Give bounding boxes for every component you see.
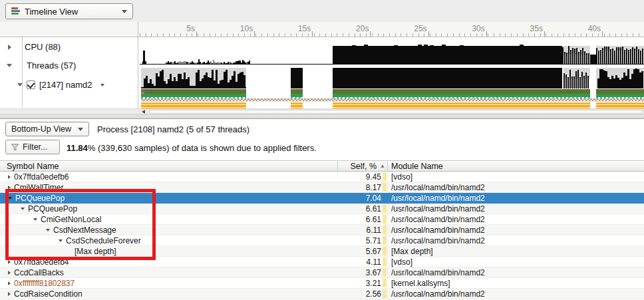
expander-icon[interactable]: [8, 186, 11, 190]
ruler-tick-label: 40s: [588, 24, 601, 33]
expander-icon[interactable]: [8, 260, 11, 264]
symbol-cell: 0x7ffda0edefb6: [0, 172, 337, 182]
header-symbol-name[interactable]: Symbol Name: [0, 161, 337, 171]
expander-closed-icon[interactable]: [8, 45, 11, 50]
expander-icon[interactable]: [8, 292, 11, 296]
thread-checkbox[interactable]: [27, 80, 35, 89]
sidebar-item-threads[interactable]: Threads (57): [7, 61, 76, 71]
symbol-name: PCQueuePop: [15, 193, 65, 203]
ruler-tick-label: 10s: [240, 24, 253, 33]
table-row[interactable]: CmiWallTimer 8.17 /usr/local/namd/bin/na…: [0, 182, 644, 193]
ruler-minor-ticks: [140, 33, 644, 37]
header-self-percent[interactable]: Self, % ▲: [337, 161, 387, 171]
symbol-cell: CcdCallBacks: [0, 267, 337, 277]
module-cell: [Max depth]: [387, 246, 644, 256]
ruler-major-tick: [544, 31, 545, 37]
ruler-major-tick: [312, 31, 313, 37]
timeline-scrollbar[interactable]: [0, 108, 644, 114]
symbol-cell: 0x7ffda0edefb4: [0, 257, 337, 267]
symbol-cell: PCQueuePop: [0, 204, 337, 214]
symbol-name: 0x7ffda0edefb4: [14, 257, 69, 267]
self-percent-value: 6.11: [367, 225, 381, 235]
self-percent-value: 5.71: [366, 236, 381, 245]
filter-button[interactable]: Filter...: [5, 140, 60, 154]
bottom-view-selector[interactable]: Bottom-Up View: [5, 122, 89, 136]
table-row[interactable]: 0x7ffda0edefb4 4.11 [vdso]: [0, 257, 644, 267]
thread-row-label: [2147] namd2: [39, 80, 92, 90]
module-name: /usr/local/namd/bin/namd2: [391, 236, 485, 245]
symbol-cell: 0xffffffff81802837: [0, 278, 337, 288]
expander-icon[interactable]: [59, 239, 63, 242]
ruler-major-tick: [428, 31, 429, 37]
cost-bar: [383, 247, 387, 255]
table-row[interactable]: PCQueuePop 7.04 /usr/local/namd/bin/namd…: [0, 193, 644, 204]
expander-icon[interactable]: [8, 271, 11, 275]
table-header: Symbol Name Self, % ▲ Module Name: [0, 160, 644, 172]
module-name: /usr/local/namd/bin/namd2: [391, 215, 485, 224]
module-name: [Max depth]: [391, 247, 433, 256]
self-percent-value: 6.61: [366, 215, 381, 224]
symbol-cell: CmiWallTimer: [0, 182, 337, 192]
expander-icon[interactable]: [8, 281, 11, 285]
time-ruler[interactable]: 5s10s15s20s25s30s35s40s: [0, 22, 644, 37]
timeline-view-icon: [11, 7, 21, 15]
table-row[interactable]: CmiGetNonLocal 6.61 /usr/local/namd/bin/…: [0, 214, 644, 225]
self-percent-value: 7.04: [366, 194, 381, 203]
symbol-cell: CsdScheduleForever: [0, 235, 337, 245]
ruler-tick-label: 35s: [530, 24, 543, 33]
call-tree-table: 0x7ffda0edefb6 9.45 [vdso] CmiWallTimer …: [0, 172, 644, 299]
sort-ascending-icon: ▲: [380, 163, 385, 169]
symbol-name: CcdRaiseCondition: [14, 289, 82, 299]
thread-menu-chevron-icon[interactable]: [100, 84, 104, 86]
header-module-name[interactable]: Module Name: [387, 161, 644, 171]
sidebar-item-thread-2147[interactable]: [2147] namd2: [17, 80, 104, 90]
symbol-cell: CmiGetNonLocal: [0, 214, 337, 224]
symbol-name: CcdCallBacks: [14, 267, 64, 277]
cost-bar: [383, 183, 387, 192]
table-row[interactable]: CsdScheduleForever 5.71 /usr/local/namd/…: [0, 235, 644, 246]
scroll-left-icon[interactable]: [142, 110, 145, 114]
table-row[interactable]: CcdRaiseCondition 2.56 /usr/local/namd/b…: [0, 289, 644, 299]
expander-open-icon[interactable]: [7, 64, 12, 67]
table-row[interactable]: [Max depth] 5.67 [Max depth]: [0, 246, 644, 257]
bottom-up-pane: Bottom-Up View Process [2108] namd2 (5 o…: [0, 119, 644, 300]
expander-icon[interactable]: [33, 218, 37, 221]
bottom-view-label: Bottom-Up View: [11, 124, 71, 134]
symbol-name: CsdScheduleForever: [66, 235, 141, 245]
timeline-view-selector[interactable]: Timeline View: [5, 3, 133, 19]
module-name: /usr/local/namd/bin/namd2: [391, 289, 485, 299]
table-row[interactable]: 0xffffffff81802837 3.21 [kernel.kallsyms…: [0, 278, 644, 289]
ruler-tick-label: 20s: [356, 24, 369, 33]
sidebar-separator: [138, 22, 138, 108]
cpu-activity-track[interactable]: [140, 41, 644, 66]
ruler-tick-label: 25s: [414, 24, 426, 33]
expander-open-icon[interactable]: [17, 83, 23, 86]
self-percent-value: 3.21: [366, 279, 381, 288]
scrollbar-thumb[interactable]: [149, 110, 643, 114]
table-row[interactable]: 0x7ffda0edefb6 9.45 [vdso]: [0, 172, 644, 182]
module-cell: /usr/local/namd/bin/namd2: [387, 182, 644, 192]
expander-icon[interactable]: [8, 197, 12, 200]
module-cell: /usr/local/namd/bin/namd2: [387, 267, 644, 277]
chevron-down-icon: [78, 128, 83, 131]
cost-bar: [383, 289, 387, 298]
ruler-major-tick: [254, 31, 255, 37]
filter-stats: 11.84% (339,630 samples) of data is show…: [67, 143, 317, 153]
module-cell: /usr/local/namd/bin/namd2: [387, 225, 644, 235]
expander-icon[interactable]: [46, 229, 50, 231]
self-percent-cell: 5.71: [337, 235, 387, 245]
expander-icon[interactable]: [8, 175, 11, 179]
module-name: [vdso]: [391, 257, 412, 267]
module-name: /usr/local/namd/bin/namd2: [391, 268, 485, 277]
module-name: [vdso]: [391, 172, 412, 182]
table-row[interactable]: CsdNextMessage 6.11 /usr/local/namd/bin/…: [0, 225, 644, 235]
ruler-major-tick: [486, 31, 487, 37]
thread-activity-track[interactable]: [140, 68, 644, 108]
table-row[interactable]: PCQueuePop 6.61 /usr/local/namd/bin/namd…: [0, 204, 644, 214]
expander-icon[interactable]: [21, 208, 25, 210]
self-percent-value: 5.67: [366, 247, 381, 256]
table-row[interactable]: CcdCallBacks 3.67 /usr/local/namd/bin/na…: [0, 267, 644, 278]
pane-splitter[interactable]: [0, 114, 644, 119]
sidebar-item-cpu[interactable]: CPU (88): [8, 42, 61, 52]
self-percent-cell: 3.21: [337, 278, 387, 288]
